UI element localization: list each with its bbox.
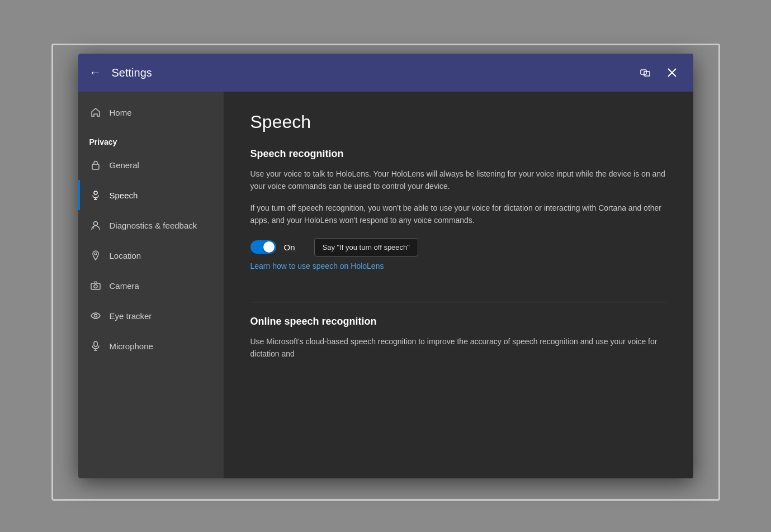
close-button[interactable] <box>662 63 682 83</box>
settings-window: ← Settings <box>78 54 693 478</box>
sidebar-label-home: Home <box>110 108 132 117</box>
page-title: Speech <box>250 112 666 132</box>
section2-title: Online speech recognition <box>250 316 666 327</box>
svg-point-8 <box>93 222 97 226</box>
section1-title: Speech recognition <box>250 148 666 160</box>
svg-rect-0 <box>641 70 646 74</box>
svg-rect-4 <box>92 164 99 169</box>
svg-rect-13 <box>94 341 97 346</box>
learn-link[interactable]: Learn how to use speech on HoloLens <box>250 262 384 270</box>
titlebar: ← Settings <box>78 54 693 92</box>
content-panel: Speech Speech recognition Use your voice… <box>224 92 693 478</box>
svg-rect-1 <box>644 72 650 76</box>
speech-icon <box>89 189 102 201</box>
sidebar-item-microphone[interactable]: Microphone <box>78 331 224 361</box>
location-icon <box>89 249 102 262</box>
tooltip-bubble: Say "If you turn off speech" <box>314 238 418 256</box>
toggle-knob <box>263 241 275 253</box>
microphone-icon <box>89 340 102 352</box>
back-button[interactable]: ← <box>89 65 102 80</box>
sidebar-item-location[interactable]: Location <box>78 240 224 270</box>
sidebar-section-privacy: Privacy <box>78 127 224 150</box>
sidebar-item-speech[interactable]: Speech <box>78 180 224 210</box>
section1-body2: If you turn off speech recognition, you … <box>250 202 666 227</box>
speech-toggle-row: On Say "If you turn off speech" <box>250 238 666 256</box>
sidebar-label-microphone: Microphone <box>110 341 153 351</box>
sidebar-label-location: Location <box>110 251 141 260</box>
svg-point-5 <box>94 191 97 194</box>
titlebar-controls <box>635 63 682 83</box>
svg-rect-10 <box>91 283 100 289</box>
sidebar-label-speech: Speech <box>110 191 138 200</box>
titlebar-title: Settings <box>112 66 635 79</box>
snap-button[interactable] <box>635 63 655 83</box>
sidebar-label-diagnostics: Diagnostics & feedback <box>110 221 197 230</box>
sidebar-item-diagnostics[interactable]: Diagnostics & feedback <box>78 210 224 240</box>
sidebar-item-home[interactable]: Home <box>78 97 224 127</box>
sidebar-item-camera[interactable]: Camera <box>78 270 224 301</box>
svg-point-9 <box>94 253 97 255</box>
toggle-label: On <box>284 243 295 252</box>
sidebar-item-eye-tracker[interactable]: Eye tracker <box>78 301 224 331</box>
section-divider <box>250 302 666 302</box>
sidebar-label-general: General <box>110 160 139 170</box>
diagnostics-icon <box>89 219 102 231</box>
sidebar-label-camera: Camera <box>110 281 139 291</box>
section1-body1: Use your voice to talk to HoloLens. Your… <box>250 168 666 193</box>
sidebar-item-general[interactable]: General <box>78 150 224 180</box>
main-content: Home Privacy General <box>78 92 693 478</box>
lock-icon <box>89 159 102 171</box>
svg-point-12 <box>94 315 97 317</box>
eye-tracker-icon <box>89 310 102 322</box>
sidebar-label-eye-tracker: Eye tracker <box>110 311 152 321</box>
svg-point-11 <box>94 285 97 288</box>
speech-recognition-toggle[interactable] <box>250 240 276 254</box>
camera-icon <box>89 279 102 292</box>
sidebar: Home Privacy General <box>78 92 224 478</box>
section2-body1: Use Microsoft's cloud-based speech recog… <box>250 335 666 360</box>
home-icon <box>89 106 102 118</box>
